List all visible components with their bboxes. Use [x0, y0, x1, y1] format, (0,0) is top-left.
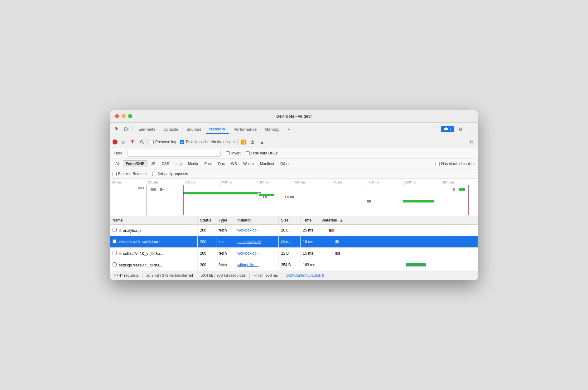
traffic-lights [115, 114, 132, 118]
throttle-dropdown-icon [232, 140, 235, 144]
third-party-checkbox[interactable] [152, 172, 156, 176]
row4-waterfall [319, 259, 478, 271]
th-initiator[interactable]: Initiator [235, 216, 278, 225]
filter-doc[interactable]: Doc [215, 160, 227, 167]
tab-console[interactable]: Console [160, 125, 182, 134]
title-bar: DevTools - v8.dev/ [110, 110, 478, 123]
preserve-log-label[interactable]: Preserve log [150, 140, 176, 144]
settings-btn[interactable]: ⚙ [456, 125, 465, 134]
throttle-label: No throttling [211, 140, 232, 144]
table-row[interactable]: settings?session_id=df3... 200 fetch wid… [110, 259, 478, 271]
has-blocked-cookies-checkbox[interactable] [436, 162, 440, 166]
preserve-log-checkbox[interactable] [150, 140, 154, 144]
svg-rect-24 [367, 200, 371, 202]
blocked-requests-label[interactable]: Blocked Requests [113, 172, 148, 176]
tab-memory[interactable]: Memory [261, 125, 283, 134]
filter-input[interactable] [127, 150, 221, 157]
th-name[interactable]: Name [110, 216, 197, 225]
table-row[interactable]: collect?v=1&_v=j96&a=1... 200 xhr analyt… [110, 236, 478, 247]
blocked-requests-checkbox[interactable] [113, 172, 117, 176]
minimize-button[interactable] [122, 114, 126, 118]
tab-sources[interactable]: Sources [183, 125, 205, 134]
more-options-btn[interactable]: ⋮ [467, 125, 475, 134]
record-btn[interactable] [113, 139, 118, 144]
th-waterfall[interactable]: Waterfall ▲ [319, 216, 478, 225]
throttle-select[interactable]: No throttling [211, 140, 236, 144]
tab-performance[interactable]: Performance [230, 125, 260, 134]
row1-initiator: workbox-co... [235, 224, 278, 236]
row4-initiator-link[interactable]: widget_ifra... [238, 263, 259, 267]
row3-initiator-link[interactable]: workbox-co... [238, 251, 260, 256]
filter-font[interactable]: Font [201, 160, 214, 167]
feedback-badge-btn[interactable]: 💬 1 [441, 126, 454, 132]
filter-ws[interactable]: WS [228, 160, 240, 167]
invert-checkbox[interactable] [226, 151, 230, 155]
wf-bar-r3b [337, 252, 339, 255]
has-blocked-cookies-label[interactable]: Has blocked cookies [436, 162, 475, 166]
filter-all[interactable]: All [113, 160, 122, 167]
tab-network[interactable]: Network [206, 125, 229, 134]
third-party-label[interactable]: 3rd-party requests [152, 172, 188, 176]
filter-media[interactable]: Media [185, 160, 201, 167]
row3-checkbox[interactable] [113, 251, 117, 255]
dom-content-loaded[interactable]: DOMContentLoaded: 6 [282, 273, 328, 278]
maximize-button[interactable] [128, 114, 132, 118]
th-status[interactable]: Status [197, 216, 216, 225]
row1-name: ⚙ analytics.js [110, 224, 197, 236]
device-icon-btn[interactable] [122, 125, 131, 134]
row2-status: 200 [197, 236, 216, 247]
options-row: Blocked Requests 3rd-party requests [110, 169, 478, 179]
row1-name-text: analytics.js [123, 228, 142, 233]
ruler-tick-2: 300 ms [184, 181, 220, 186]
filter-label: Filter [114, 151, 122, 155]
tab-elements[interactable]: Elements [135, 125, 159, 134]
svg-rect-17 [258, 192, 261, 193]
upload-icon-btn[interactable] [249, 138, 256, 146]
row2-initiator-link[interactable]: analytics.js:44 [238, 240, 261, 244]
download-icon-btn[interactable] [258, 138, 266, 146]
th-type[interactable]: Type [216, 216, 235, 225]
filter-img[interactable]: Img [173, 160, 185, 167]
network-settings-btn[interactable]: ⚙ [468, 138, 475, 146]
row3-name: ⚙ collect?v=1&_v=j96&a... [110, 247, 197, 259]
table-row[interactable]: ⚙ analytics.js 200 fetch workbox-co... 2… [110, 224, 478, 236]
more-tabs-btn[interactable]: » [284, 125, 293, 134]
ruler-tick-5: 600 ms [294, 181, 331, 186]
svg-rect-1 [124, 128, 127, 131]
hide-data-urls-label[interactable]: Hide data URLs [246, 151, 278, 155]
row4-initiator: widget_ifra... [235, 259, 278, 271]
close-button[interactable] [115, 114, 119, 118]
invert-label[interactable]: Invert [226, 151, 241, 155]
clear-btn[interactable]: ⊘ [119, 138, 127, 146]
filter-js[interactable]: JS [148, 160, 158, 167]
table-body: ⚙ analytics.js 200 fetch workbox-co... 2… [110, 224, 478, 271]
th-time[interactable]: Time [300, 216, 319, 225]
search-btn[interactable] [138, 138, 146, 146]
svg-rect-11 [143, 187, 144, 189]
wifi-icon-btn[interactable]: 📶 [239, 138, 247, 146]
table-row[interactable]: ⚙ collect?v=1&_v=j96&a... 200 fetch work… [110, 247, 478, 259]
row2-checkbox[interactable] [113, 239, 117, 243]
filter-fetch-xhr[interactable]: Fetch/XHR [123, 160, 147, 167]
main-toolbar: Elements Console Sources Network Perform… [110, 123, 478, 136]
row4-checkbox[interactable] [113, 262, 117, 266]
filter-other[interactable]: Other [277, 160, 292, 167]
th-size[interactable]: Size [278, 216, 300, 225]
blocked-requests-text: Blocked Requests [118, 172, 148, 176]
svg-rect-27 [459, 188, 465, 191]
filter-wasm[interactable]: Wasm [240, 160, 257, 167]
hide-data-urls-checkbox[interactable] [246, 151, 250, 155]
inspect-icon-btn[interactable] [113, 125, 121, 134]
toolbar2-divider [147, 139, 148, 145]
filter-btn[interactable] [129, 138, 136, 146]
row1-checkbox[interactable] [113, 228, 117, 232]
row2-time: 18 ms [300, 236, 319, 247]
svg-rect-13 [160, 188, 162, 191]
filter-css[interactable]: CSS [159, 160, 172, 167]
row1-initiator-link[interactable]: workbox-co... [238, 228, 260, 232]
requests-count: 4 / 47 requests [114, 273, 142, 278]
filter-manifest[interactable]: Manifest [257, 160, 277, 167]
disable-cache-label[interactable]: Disable cache [180, 140, 209, 144]
disable-cache-checkbox[interactable] [180, 140, 184, 144]
finish-time: Finish: 960 ms [250, 273, 282, 278]
